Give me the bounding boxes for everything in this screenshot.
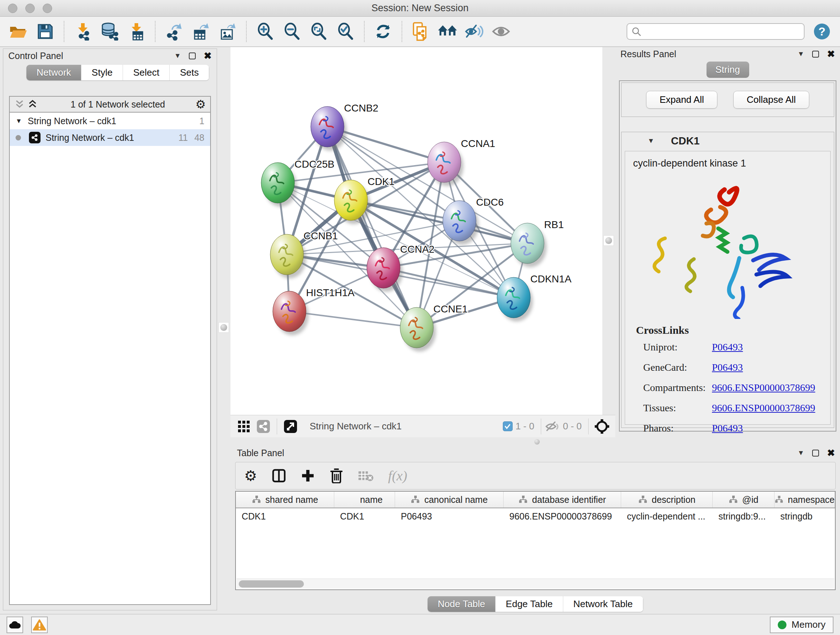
panel-menu-icon[interactable]: ▼ — [797, 449, 804, 457]
right-splitter[interactable] — [602, 47, 615, 446]
table-cell[interactable]: stringdb — [775, 508, 835, 525]
zoom-fit-button[interactable] — [308, 20, 330, 43]
memory-button[interactable]: Memory — [770, 616, 834, 633]
zoom-selected-button[interactable] — [334, 20, 357, 43]
import-network-from-database-button[interactable] — [98, 20, 121, 43]
table-cell[interactable]: cyclin-dependent ... — [621, 508, 713, 525]
expand-all-button[interactable]: Expand All — [646, 91, 717, 109]
collapse-all-icon[interactable] — [14, 100, 25, 109]
tab-network[interactable]: Network — [27, 65, 81, 80]
network-search-box[interactable] — [627, 23, 805, 40]
selected-checkbox-icon[interactable] — [503, 421, 513, 431]
birds-eye-view-icon[interactable] — [594, 418, 610, 434]
table-cell[interactable]: CDK1 — [334, 508, 395, 525]
tab-sets[interactable]: Sets — [170, 65, 209, 80]
horizontal-splitter[interactable] — [231, 437, 615, 446]
left-splitter[interactable] — [217, 47, 231, 614]
toolbar-separator — [64, 21, 65, 42]
network-graph[interactable]: CCNB2CCNA1CDC25BCDK1CDC6RB1CCNB1CCNA2CDK… — [231, 47, 602, 415]
column-header[interactable]: database identifier — [504, 492, 621, 508]
table-cell[interactable]: stringdb:9... — [713, 508, 775, 525]
crosslink-link[interactable]: 9606.ENSP00000378699 — [712, 402, 815, 414]
grid-view-icon[interactable] — [236, 418, 252, 434]
crosslink-link[interactable]: P06493 — [712, 362, 743, 373]
import-table-file-button[interactable] — [125, 20, 148, 43]
save-icon — [37, 23, 54, 40]
zoom-in-button[interactable] — [254, 20, 276, 43]
save-session-button[interactable] — [34, 20, 57, 43]
table-tabs: Node Table Edge Table Network Table — [428, 596, 643, 612]
table-cell[interactable]: CDK1 — [236, 508, 334, 525]
table-cell[interactable]: 9606.ENSP00000378699 — [504, 508, 621, 525]
show-graphics-details-button[interactable] — [490, 20, 512, 43]
disclosure-triangle-icon[interactable]: ▼ — [16, 117, 22, 125]
hide-labels-button[interactable] — [463, 20, 485, 43]
export-table-button[interactable] — [189, 20, 212, 43]
horizontal-scrollbar[interactable] — [237, 578, 834, 589]
column-header[interactable]: @id — [713, 492, 775, 508]
delete-column-trash-icon[interactable] — [330, 468, 343, 483]
crosslink-row: Uniprot: P06493 — [643, 341, 822, 353]
splitter-handle[interactable] — [603, 235, 614, 246]
detach-view-icon[interactable] — [283, 418, 298, 434]
string-home-button[interactable] — [436, 20, 459, 43]
show-columns-icon[interactable] — [272, 469, 286, 483]
float-panel-icon[interactable] — [812, 450, 819, 456]
expand-all-icon[interactable] — [27, 100, 38, 109]
close-panel-icon[interactable]: ✖ — [827, 49, 835, 59]
crosslink-link[interactable]: 9606.ENSP00000378699 — [712, 382, 815, 394]
tab-select[interactable]: Select — [123, 65, 170, 80]
panel-menu-icon[interactable]: ▼ — [174, 52, 181, 60]
clone-network-button[interactable] — [409, 20, 432, 43]
close-panel-icon[interactable]: ✖ — [827, 448, 835, 458]
cloud-status-button[interactable] — [6, 616, 23, 633]
close-panel-icon[interactable]: ✖ — [204, 51, 212, 60]
splitter-handle[interactable] — [534, 439, 540, 445]
network-view-canvas[interactable]: CCNB2CCNA1CDC25BCDK1CDC6RB1CCNB1CCNA2CDK… — [231, 47, 602, 415]
crosslink-link[interactable]: P06493 — [712, 423, 743, 434]
network-list-options-gear-icon[interactable]: ⚙ — [195, 98, 206, 110]
tab-network-table[interactable]: Network Table — [563, 596, 643, 612]
crosslink-label: Tissues: — [643, 402, 712, 414]
open-session-button[interactable] — [7, 20, 30, 43]
network-share-icon[interactable] — [256, 418, 271, 434]
column-header[interactable]: description — [621, 492, 713, 508]
apply-layout-button[interactable] — [372, 20, 394, 43]
tab-style[interactable]: Style — [81, 65, 123, 80]
tab-node-table[interactable]: Node Table — [428, 596, 496, 612]
network-row[interactable]: String Network – cdk1 11 48 — [10, 129, 210, 146]
table-options-gear-icon[interactable]: ⚙ — [244, 469, 257, 483]
tab-string[interactable]: String — [706, 62, 749, 78]
export-network-button[interactable] — [163, 20, 185, 43]
column-header[interactable]: canonical name — [395, 492, 504, 508]
search-input[interactable] — [645, 26, 799, 37]
table-row[interactable]: CDK1 CDK1 P06493 9606.ENSP00000378699 cy… — [236, 508, 835, 525]
crosslink-link[interactable]: P06493 — [712, 341, 743, 353]
float-panel-icon[interactable] — [812, 51, 819, 57]
column-header[interactable]: namespace — [775, 492, 835, 508]
crosslink-label: GeneCard: — [643, 362, 712, 373]
toolbar-separator — [364, 21, 365, 42]
zoom-out-button[interactable] — [281, 20, 303, 43]
tab-edge-table[interactable]: Edge Table — [496, 596, 563, 612]
panel-menu-icon[interactable]: ▼ — [797, 50, 804, 58]
export-image-button[interactable] — [216, 20, 239, 43]
help-button[interactable]: ? — [814, 24, 830, 40]
network-collection-row[interactable]: ▼ String Network – cdk1 1 — [10, 112, 210, 129]
zoom-in-icon — [256, 22, 274, 41]
section-disclosure-icon[interactable]: ▼ — [647, 137, 654, 145]
toolbar-separator — [588, 418, 589, 434]
delete-table-icon — [358, 469, 374, 482]
scrollbar-thumb[interactable] — [239, 580, 304, 587]
node-label-ccnb1: CCNB1 — [303, 230, 338, 241]
column-header[interactable]: name — [334, 492, 395, 508]
float-panel-icon[interactable] — [189, 52, 196, 59]
splitter-handle[interactable] — [218, 322, 229, 333]
node-count: 11 — [178, 133, 188, 143]
import-network-file-button[interactable] — [72, 20, 94, 43]
table-cell[interactable]: P06493 — [395, 508, 504, 525]
collapse-all-button[interactable]: Collapse All — [733, 91, 809, 109]
column-header[interactable]: shared name — [236, 492, 334, 508]
warnings-button[interactable] — [31, 616, 48, 633]
add-column-icon[interactable] — [301, 469, 315, 483]
